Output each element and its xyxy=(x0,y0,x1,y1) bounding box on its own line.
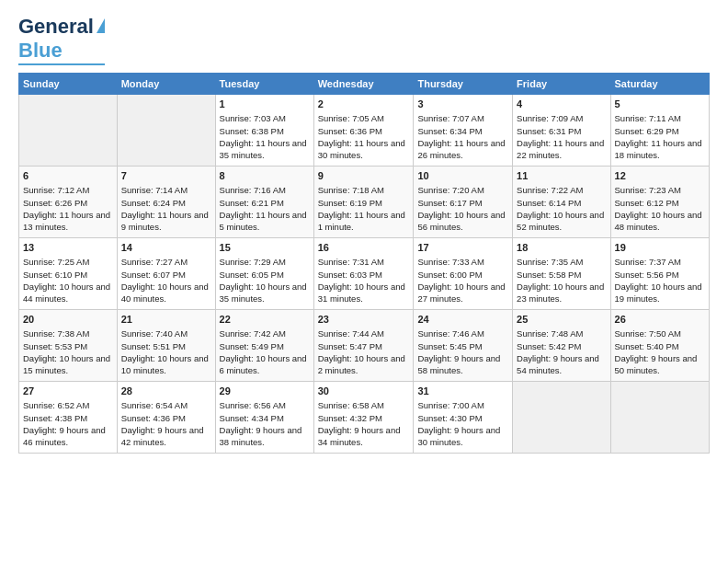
day-number: 15 xyxy=(220,241,310,255)
daylight-text: Daylight: 10 hours and 19 minutes. xyxy=(615,281,705,305)
sunset-text: Sunset: 6:24 PM xyxy=(121,197,211,209)
col-header-saturday: Saturday xyxy=(610,74,709,95)
sunset-text: Sunset: 5:49 PM xyxy=(220,340,310,352)
logo-underline xyxy=(18,63,105,65)
logo-triangle-icon xyxy=(97,18,105,33)
daylight-text: Daylight: 10 hours and 52 minutes. xyxy=(517,209,606,234)
calendar-cell: 24Sunrise: 7:46 AMSunset: 5:45 PMDayligh… xyxy=(414,310,513,382)
daylight-text: Daylight: 11 hours and 30 minutes. xyxy=(318,137,410,162)
sunrise-text: Sunrise: 7:38 AM xyxy=(23,327,113,339)
sunset-text: Sunset: 6:21 PM xyxy=(220,197,310,209)
calendar-cell: 21Sunrise: 7:40 AMSunset: 5:51 PMDayligh… xyxy=(117,310,215,382)
sunset-text: Sunset: 6:10 PM xyxy=(23,269,113,281)
sunset-text: Sunset: 5:40 PM xyxy=(615,340,705,352)
day-number: 7 xyxy=(121,169,211,183)
calendar-cell: 29Sunrise: 6:56 AMSunset: 4:34 PMDayligh… xyxy=(215,382,313,454)
sunrise-text: Sunrise: 7:33 AM xyxy=(417,256,508,268)
day-number: 16 xyxy=(318,241,410,255)
calendar-cell xyxy=(513,382,610,454)
daylight-text: Daylight: 10 hours and 48 minutes. xyxy=(615,209,705,234)
sunrise-text: Sunrise: 7:50 AM xyxy=(615,327,705,339)
day-number: 13 xyxy=(23,241,113,255)
sunset-text: Sunset: 6:12 PM xyxy=(615,197,705,209)
daylight-text: Daylight: 10 hours and 40 minutes. xyxy=(121,281,211,305)
calendar-cell: 7Sunrise: 7:14 AMSunset: 6:24 PMDaylight… xyxy=(117,167,215,238)
daylight-text: Daylight: 10 hours and 10 minutes. xyxy=(121,352,211,377)
daylight-text: Daylight: 9 hours and 34 minutes. xyxy=(318,424,410,449)
sunset-text: Sunset: 6:19 PM xyxy=(318,197,410,209)
daylight-text: Daylight: 11 hours and 13 minutes. xyxy=(23,209,113,234)
calendar-cell: 22Sunrise: 7:42 AMSunset: 5:49 PMDayligh… xyxy=(215,310,313,382)
day-number: 8 xyxy=(220,169,310,183)
sunrise-text: Sunrise: 7:44 AM xyxy=(318,327,410,339)
sunset-text: Sunset: 6:34 PM xyxy=(417,125,508,137)
day-number: 17 xyxy=(417,241,508,255)
calendar-cell: 11Sunrise: 7:22 AMSunset: 6:14 PMDayligh… xyxy=(513,167,610,238)
daylight-text: Daylight: 10 hours and 31 minutes. xyxy=(318,281,410,305)
sunrise-text: Sunrise: 7:48 AM xyxy=(517,327,606,339)
logo-general: General xyxy=(18,15,94,39)
day-number: 26 xyxy=(615,313,705,327)
calendar-cell: 31Sunrise: 7:00 AMSunset: 4:30 PMDayligh… xyxy=(414,382,513,454)
calendar-cell: 20Sunrise: 7:38 AMSunset: 5:53 PMDayligh… xyxy=(19,310,118,382)
day-number: 4 xyxy=(517,98,606,111)
day-number: 20 xyxy=(23,313,113,327)
calendar-cell: 15Sunrise: 7:29 AMSunset: 6:05 PMDayligh… xyxy=(215,238,313,310)
day-number: 30 xyxy=(318,385,410,398)
day-number: 22 xyxy=(220,313,310,327)
day-number: 27 xyxy=(23,385,113,398)
day-number: 11 xyxy=(517,169,606,183)
calendar-cell: 23Sunrise: 7:44 AMSunset: 5:47 PMDayligh… xyxy=(313,310,414,382)
day-number: 19 xyxy=(615,241,705,255)
sunrise-text: Sunrise: 7:03 AM xyxy=(220,112,310,124)
sunset-text: Sunset: 5:45 PM xyxy=(417,340,508,352)
calendar-cell: 17Sunrise: 7:33 AMSunset: 6:00 PMDayligh… xyxy=(414,238,513,310)
sunset-text: Sunset: 6:03 PM xyxy=(318,269,410,281)
calendar-cell: 10Sunrise: 7:20 AMSunset: 6:17 PMDayligh… xyxy=(414,167,513,238)
sunset-text: Sunset: 6:26 PM xyxy=(23,197,113,209)
day-number: 18 xyxy=(517,241,606,255)
sunrise-text: Sunrise: 7:22 AM xyxy=(517,184,606,196)
sunrise-text: Sunrise: 7:05 AM xyxy=(318,112,410,124)
calendar-cell: 1Sunrise: 7:03 AMSunset: 6:38 PMDaylight… xyxy=(215,95,313,167)
sunrise-text: Sunrise: 7:14 AM xyxy=(121,184,211,196)
daylight-text: Daylight: 10 hours and 44 minutes. xyxy=(23,281,113,305)
calendar-cell: 18Sunrise: 7:35 AMSunset: 5:58 PMDayligh… xyxy=(513,238,610,310)
day-number: 3 xyxy=(417,98,508,111)
calendar-cell: 12Sunrise: 7:23 AMSunset: 6:12 PMDayligh… xyxy=(610,167,709,238)
sunset-text: Sunset: 6:31 PM xyxy=(517,125,606,137)
week-row-5: 27Sunrise: 6:52 AMSunset: 4:38 PMDayligh… xyxy=(19,382,710,454)
day-number: 14 xyxy=(121,241,211,255)
sunset-text: Sunset: 4:30 PM xyxy=(417,412,508,424)
sunset-text: Sunset: 4:34 PM xyxy=(220,412,310,424)
sunrise-text: Sunrise: 7:37 AM xyxy=(615,256,705,268)
calendar-cell: 2Sunrise: 7:05 AMSunset: 6:36 PMDaylight… xyxy=(313,95,414,167)
day-number: 1 xyxy=(220,98,310,111)
day-number: 21 xyxy=(121,313,211,327)
sunset-text: Sunset: 5:42 PM xyxy=(517,340,606,352)
week-row-2: 6Sunrise: 7:12 AMSunset: 6:26 PMDaylight… xyxy=(19,167,710,238)
calendar-cell: 13Sunrise: 7:25 AMSunset: 6:10 PMDayligh… xyxy=(19,238,118,310)
sunset-text: Sunset: 5:58 PM xyxy=(517,269,606,281)
week-row-1: 1Sunrise: 7:03 AMSunset: 6:38 PMDaylight… xyxy=(19,95,710,167)
day-number: 2 xyxy=(318,98,410,111)
daylight-text: Daylight: 9 hours and 58 minutes. xyxy=(417,352,508,377)
sunrise-text: Sunrise: 7:40 AM xyxy=(121,327,211,339)
day-number: 6 xyxy=(23,169,113,183)
sunrise-text: Sunrise: 7:35 AM xyxy=(517,256,606,268)
calendar-cell: 9Sunrise: 7:18 AMSunset: 6:19 PMDaylight… xyxy=(313,167,414,238)
day-number: 25 xyxy=(517,313,606,327)
day-number: 9 xyxy=(318,169,410,183)
sunset-text: Sunset: 5:47 PM xyxy=(318,340,410,352)
sunrise-text: Sunrise: 7:42 AM xyxy=(220,327,310,339)
sunrise-text: Sunrise: 7:23 AM xyxy=(615,184,705,196)
daylight-text: Daylight: 10 hours and 56 minutes. xyxy=(417,209,508,234)
day-number: 28 xyxy=(121,385,211,398)
sunrise-text: Sunrise: 7:09 AM xyxy=(517,112,606,124)
daylight-text: Daylight: 9 hours and 42 minutes. xyxy=(121,424,211,449)
calendar-cell: 5Sunrise: 7:11 AMSunset: 6:29 PMDaylight… xyxy=(610,95,709,167)
daylight-text: Daylight: 9 hours and 54 minutes. xyxy=(517,352,606,377)
sunrise-text: Sunrise: 7:46 AM xyxy=(417,327,508,339)
sunrise-text: Sunrise: 7:16 AM xyxy=(220,184,310,196)
daylight-text: Daylight: 10 hours and 2 minutes. xyxy=(318,352,410,377)
